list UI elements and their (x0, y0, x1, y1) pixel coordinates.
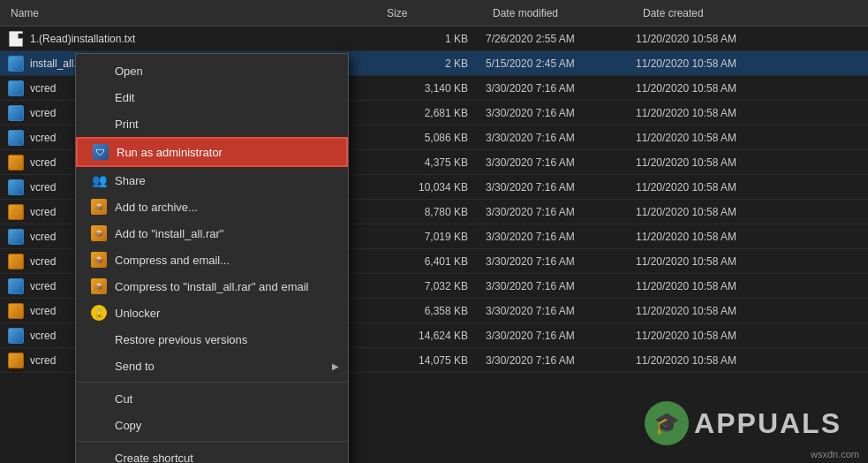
menu-item-cut[interactable]: Cut (76, 385, 348, 412)
file-created: 11/20/2020 10:58 AM (636, 33, 786, 45)
appuals-logo-icon: 🎓 (645, 401, 689, 445)
file-name-cell: 1.(Read)installation.txt (7, 30, 380, 48)
file-icon (7, 302, 25, 320)
menu-item-create_shortcut[interactable]: Create shortcut (76, 444, 348, 463)
file-created: 11/20/2020 10:58 AM (636, 82, 786, 95)
watermark-appuals: 🎓 APPUALS (645, 401, 842, 445)
file-modified: 3/30/2020 7:16 AM (486, 305, 636, 317)
col-header-created[interactable]: Date created (643, 7, 793, 19)
rar-icon (8, 353, 24, 368)
menu-item-compress_email[interactable]: 📦 Compress and email... (76, 247, 348, 273)
menu-item-share[interactable]: 👥 Share (76, 167, 348, 194)
file-modified: 3/30/2020 7:16 AM (486, 181, 636, 194)
menu-item-add_archive[interactable]: 📦 Add to archive... (76, 194, 348, 220)
table-header: Name Size Date modified Date created (0, 0, 868, 27)
file-icon (7, 178, 25, 196)
menu-item-send_to[interactable]: Send to ▶ (76, 353, 348, 379)
menu-item-restore[interactable]: Restore previous versions (76, 326, 348, 353)
menu-item-label: Print (115, 118, 139, 131)
menu-item-compress_install_email[interactable]: 📦 Compress to "install_all.rar" and emai… (76, 273, 348, 300)
exe-icon (8, 105, 24, 121)
file-name: vcred (30, 82, 56, 95)
menu-item-copy[interactable]: Copy (76, 412, 348, 438)
menu-icon: 📦 (90, 277, 108, 295)
menu-icon (90, 357, 108, 375)
file-modified: 3/30/2020 7:16 AM (486, 82, 636, 95)
file-created: 11/20/2020 10:58 AM (636, 206, 786, 218)
file-name: vcred (30, 354, 56, 367)
file-name: vcred (30, 305, 56, 317)
file-size: 7,032 KB (380, 280, 486, 292)
menu-icon: 🔓 (90, 304, 108, 322)
file-created: 11/20/2020 10:58 AM (636, 354, 786, 367)
file-modified: 3/30/2020 7:16 AM (486, 280, 636, 292)
file-modified: 3/30/2020 7:16 AM (486, 231, 636, 243)
file-size: 7,019 KB (380, 231, 486, 243)
watermark-wsxdn: wsxdn.com (811, 449, 859, 459)
txt-icon (9, 31, 23, 47)
menu-item-open[interactable]: Open (76, 57, 348, 84)
file-icon (7, 30, 25, 48)
menu-icon: 📦 (90, 251, 108, 269)
menu-item-edit[interactable]: Edit (76, 84, 348, 110)
menu-icon: 👥 (90, 171, 108, 189)
file-modified: 3/30/2020 7:16 AM (486, 206, 636, 218)
file-size: 2,681 KB (380, 107, 486, 119)
file-created: 11/20/2020 10:58 AM (636, 255, 786, 268)
file-created: 11/20/2020 10:58 AM (636, 231, 786, 243)
file-name: vcred (30, 156, 56, 169)
menu-icon: 🛡 (92, 143, 109, 161)
rar-icon (8, 155, 24, 171)
file-size: 6,358 KB (380, 305, 486, 317)
menu-icon (90, 416, 108, 434)
table-row[interactable]: 1.(Read)installation.txt 1 KB 7/26/2020 … (0, 27, 868, 51)
file-icon (7, 277, 25, 295)
menu-item-add_install_rar[interactable]: 📦 Add to "install_all.rar" (76, 220, 348, 247)
rar-icon (8, 303, 24, 319)
menu-item-label: Restore previous versions (115, 333, 247, 346)
winrar-icon: 📦 (91, 278, 107, 294)
file-name: vcred (30, 231, 56, 243)
col-header-modified[interactable]: Date modified (493, 7, 643, 19)
file-modified: 3/30/2020 7:16 AM (486, 354, 636, 367)
file-name: 1.(Read)installation.txt (30, 33, 135, 45)
file-size: 4,375 KB (380, 156, 486, 169)
winrar-icon: 📦 (91, 252, 107, 268)
menu-separator (76, 382, 348, 383)
col-header-name[interactable]: Name (7, 7, 387, 19)
file-icon (7, 80, 25, 97)
menu-item-label: Cut (115, 392, 132, 406)
file-size: 6,401 KB (380, 255, 486, 268)
menu-icon (90, 330, 108, 348)
unlocker-icon: 🔓 (91, 305, 107, 321)
file-icon (7, 327, 25, 345)
file-size: 10,034 KB (380, 181, 486, 194)
menu-item-unlocker[interactable]: 🔓 Unlocker (76, 300, 348, 326)
col-header-size[interactable]: Size (387, 7, 493, 19)
file-modified: 5/15/2020 2:45 AM (486, 57, 636, 70)
menu-item-run_admin[interactable]: 🛡 Run as administrator (76, 137, 348, 167)
menu-item-print[interactable]: Print (76, 110, 348, 137)
menu-item-label: Share (115, 174, 146, 187)
menu-icon (90, 449, 108, 463)
file-icon (7, 228, 25, 246)
file-icon (7, 253, 25, 270)
menu-item-label: Copy (115, 419, 141, 432)
winrar-icon: 📦 (91, 225, 107, 241)
exe-icon (8, 56, 24, 72)
file-name: vcred (30, 181, 56, 194)
file-modified: 3/30/2020 7:16 AM (486, 107, 636, 119)
rar-icon (8, 204, 24, 220)
file-icon (7, 55, 25, 72)
file-icon (7, 104, 25, 122)
menu-separator (76, 441, 348, 442)
exe-icon (8, 130, 24, 146)
exe-icon (8, 179, 24, 195)
file-created: 11/20/2020 10:58 AM (636, 107, 786, 119)
file-modified: 3/30/2020 7:16 AM (486, 132, 636, 144)
menu-icon (90, 390, 108, 407)
file-name: vcred (30, 206, 56, 218)
file-modified: 7/26/2020 2:55 AM (486, 33, 636, 45)
file-modified: 3/30/2020 7:16 AM (486, 330, 636, 342)
file-icon (7, 129, 25, 147)
